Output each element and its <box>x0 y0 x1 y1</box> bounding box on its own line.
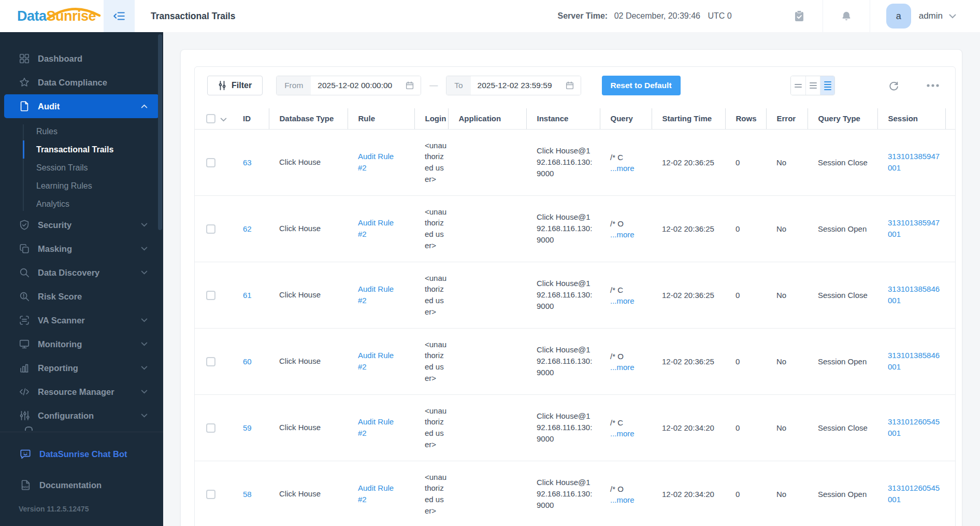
reset-to-default-button[interactable]: Reset to Default <box>602 76 681 95</box>
sidebar-item-masking[interactable]: Masking <box>0 237 163 261</box>
audit-rule-link[interactable]: Audit Rule #2 <box>358 482 399 505</box>
refresh-button[interactable] <box>885 79 902 92</box>
sidebar-item-risk-score[interactable]: Risk Score <box>0 285 163 308</box>
column-header-op[interactable]: Op <box>945 108 956 129</box>
logo[interactable]: Data Sunrise <box>0 9 104 23</box>
row-checkbox[interactable] <box>206 291 215 300</box>
filter-button[interactable]: Filter <box>207 76 263 95</box>
column-header-application[interactable]: Application <box>448 108 526 129</box>
query-text: /* O <box>610 219 624 228</box>
column-header-rule[interactable]: Rule <box>348 108 414 129</box>
avatar-letter: a <box>896 11 901 22</box>
date-from-input[interactable]: 2025-12-02 00:00:00 <box>311 76 399 95</box>
sidebar-item-transactional-trails[interactable]: Transactional Trails <box>0 140 163 159</box>
column-header-session[interactable]: Session <box>877 108 945 129</box>
cell-database-type: Click House <box>269 129 348 195</box>
row-checkbox[interactable] <box>206 158 215 167</box>
column-header-id[interactable]: ID <box>233 108 269 129</box>
density-medium-button[interactable] <box>805 76 820 95</box>
event-id-link[interactable]: 63 <box>243 158 252 167</box>
query-more-link[interactable]: ...more <box>610 495 652 504</box>
column-header-login[interactable]: Login <box>414 108 448 129</box>
sidebar-scrollbar[interactable] <box>158 34 162 230</box>
sidebar-item-documentation[interactable]: DOC Documentation <box>0 474 163 496</box>
query-more-link[interactable]: ...more <box>610 230 652 239</box>
user-menu-chevron-down-icon[interactable] <box>949 14 956 19</box>
audit-rule-link[interactable]: Audit Rule #2 <box>358 217 399 240</box>
sidebar-item-dashboard[interactable]: Dashboard <box>0 47 163 70</box>
sidebar-item-reporting[interactable]: Reporting <box>0 356 163 380</box>
scanner-icon <box>19 315 30 326</box>
starting-time-value: 12-02 20:36:25 <box>662 291 714 300</box>
column-header-rows[interactable]: Rows <box>725 108 766 129</box>
username[interactable]: admin <box>919 11 943 21</box>
event-id-link[interactable]: 58 <box>243 490 252 499</box>
density-compact-button[interactable] <box>791 76 805 95</box>
chevron-down-icon <box>141 366 148 370</box>
calendar-button[interactable] <box>399 76 421 95</box>
event-id-link[interactable]: 60 <box>243 357 252 366</box>
session-link[interactable]: 313101385947001 <box>888 151 941 174</box>
event-id-link[interactable]: 59 <box>243 423 252 432</box>
audit-rule-link[interactable]: Audit Rule #2 <box>358 283 399 306</box>
sidebar-item-monitoring[interactable]: Monitoring <box>0 332 163 356</box>
shield-check-icon <box>19 219 30 231</box>
tasks-clipboard-icon[interactable] <box>793 10 805 22</box>
column-header-error[interactable]: Error <box>766 108 808 129</box>
error-value: No <box>776 224 786 233</box>
row-checkbox[interactable] <box>206 357 215 366</box>
sidebar-item-data-compliance[interactable]: Data Compliance <box>0 70 163 94</box>
session-link[interactable]: 313101260545001 <box>888 416 941 439</box>
sidebar-item-resource-manager[interactable]: Resource Manager <box>0 380 163 404</box>
cell-query: /* O...more <box>600 328 652 394</box>
column-header-instance[interactable]: Instance <box>526 108 600 129</box>
cell-query-type: Session Open <box>808 328 877 394</box>
column-header-query[interactable]: Query <box>600 108 652 129</box>
sidebar-item-audit[interactable]: Audit <box>4 94 159 118</box>
sidebar-item-rules[interactable]: Rules <box>0 122 163 140</box>
cell-database-type: Click House <box>269 195 348 262</box>
column-header-starting-time[interactable]: Starting Time <box>652 108 725 129</box>
dashboard-icon <box>19 53 30 64</box>
sidebar-item-security[interactable]: Security <box>0 213 163 237</box>
sidebar-item-data-discovery[interactable]: Data Discovery <box>0 261 163 285</box>
audit-rule-link[interactable]: Audit Rule #2 <box>358 350 399 373</box>
cell-instance: Click House@192.168.116.130:9000 <box>526 394 600 461</box>
density-comfortable-button[interactable] <box>820 76 834 95</box>
cell-database-type: Click House <box>269 328 348 394</box>
query-more-link[interactable]: ...more <box>610 296 652 305</box>
event-id-link[interactable]: 61 <box>243 291 252 300</box>
event-id-link[interactable]: 62 <box>243 224 252 233</box>
app-version: Version 11.2.5.12475 <box>19 505 163 513</box>
calendar-button[interactable] <box>559 76 581 95</box>
session-link[interactable]: 313101260545001 <box>888 482 941 505</box>
query-more-link[interactable]: ...more <box>610 164 652 173</box>
sidebar-item-session-trails[interactable]: Session Trails <box>0 159 163 177</box>
query-more-link[interactable]: ...more <box>610 363 652 372</box>
user-avatar[interactable]: a <box>886 4 911 29</box>
session-link[interactable]: 313101385846001 <box>888 283 941 306</box>
sidebar-item-chat-bot[interactable]: DataSunrise Chat Bot <box>0 443 163 465</box>
audit-rule-link[interactable]: Audit Rule #2 <box>358 151 399 174</box>
session-link[interactable]: 313101385947001 <box>888 217 941 240</box>
row-checkbox[interactable] <box>206 423 215 433</box>
row-checkbox[interactable] <box>206 490 215 499</box>
more-options-button[interactable] <box>923 83 943 88</box>
sidebar-collapse-button[interactable] <box>104 0 135 32</box>
column-header-database-type[interactable]: Database Type <box>269 108 348 129</box>
sidebar-item-configuration[interactable]: Configuration <box>0 404 163 428</box>
date-to-input[interactable]: 2025-12-02 23:59:59 <box>471 76 559 95</box>
row-checkbox[interactable] <box>206 224 215 234</box>
sidebar-item-analytics[interactable]: Analytics <box>0 195 163 213</box>
sidebar-item-learning-rules[interactable]: Learning Rules <box>0 177 163 195</box>
instance-value: Click House@192.168.116.130:9000 <box>537 145 593 179</box>
collapse-sidebar-icon <box>112 9 126 23</box>
select-all-checkbox[interactable] <box>206 114 215 123</box>
select-menu-chevron-down-icon[interactable] <box>220 115 227 123</box>
sidebar-item-va-scanner[interactable]: VA Scanner <box>0 308 163 332</box>
session-link[interactable]: 313101385846001 <box>888 350 941 373</box>
notifications-bell-icon[interactable] <box>840 10 853 22</box>
column-header-query-type[interactable]: Query Type <box>808 108 877 129</box>
audit-rule-link[interactable]: Audit Rule #2 <box>358 416 399 439</box>
query-more-link[interactable]: ...more <box>610 429 652 438</box>
